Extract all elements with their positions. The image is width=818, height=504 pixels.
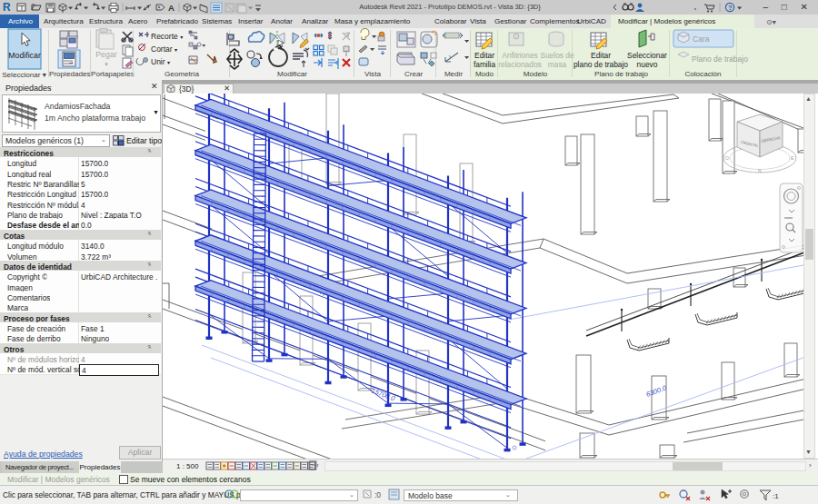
svg-text:E: E (791, 155, 794, 161)
svg-text:O: O (725, 155, 729, 161)
svg-text:N: N (758, 168, 762, 173)
